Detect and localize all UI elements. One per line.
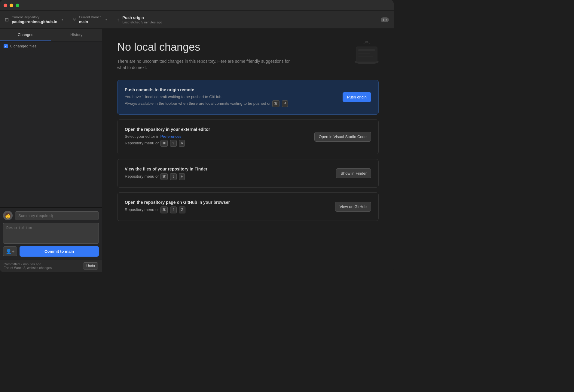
push-card-desc: You have 1 local commit waiting to be pu… bbox=[125, 94, 337, 107]
push-icon: ↑ bbox=[117, 17, 119, 23]
push-card-body: Push commits to the origin remote You ha… bbox=[125, 87, 337, 107]
editor-shortcut-cmd: ⌘ bbox=[160, 140, 168, 147]
push-origin-button[interactable]: Push origin bbox=[343, 92, 371, 102]
svg-rect-3 bbox=[358, 53, 370, 54]
repo-name: paulageronimo.github.io bbox=[12, 20, 57, 24]
github-card-body: Open the repository page on GitHub in yo… bbox=[125, 200, 329, 213]
finder-card-body: View the files of your repository in Fin… bbox=[125, 167, 330, 180]
branch-name: main bbox=[79, 20, 102, 24]
tab-changes[interactable]: Changes bbox=[0, 29, 51, 41]
push-shortcut: ⌘ bbox=[272, 100, 279, 107]
undo-button[interactable]: Undo bbox=[83, 262, 98, 270]
push-badge: 1 ↑ bbox=[381, 17, 389, 22]
github-card-desc: Repository menu or ⌘ ⇧ G bbox=[125, 207, 329, 213]
svg-rect-4 bbox=[358, 56, 373, 57]
repo-label: Current Repository bbox=[12, 15, 57, 19]
finder-card-title: View the files of your repository in Fin… bbox=[125, 167, 330, 171]
sidebar-file-list bbox=[0, 51, 102, 207]
commit-button[interactable]: Commit to main bbox=[20, 246, 99, 257]
github-shortcut-cmd: ⌘ bbox=[160, 207, 168, 213]
finder-shortcut-f: F bbox=[179, 173, 185, 180]
svg-rect-2 bbox=[358, 49, 375, 51]
last-commit-bar: Committed 2 minutes ago End of Week 2, w… bbox=[0, 260, 102, 272]
editor-card: Open the repository in your external edi… bbox=[117, 119, 379, 154]
show-in-finder-button[interactable]: Show in Finder bbox=[336, 168, 371, 178]
branch-info: Current Branch main bbox=[79, 15, 102, 24]
github-shortcut-shift: ⇧ bbox=[170, 207, 177, 213]
commit-top: 🧑 bbox=[3, 211, 99, 220]
select-all-checkbox[interactable]: ✓ bbox=[4, 44, 8, 48]
push-label: Push origin bbox=[122, 15, 378, 20]
editor-shortcut-shift: ⇧ bbox=[170, 140, 177, 147]
changed-files-bar: ✓ 0 changed files bbox=[0, 41, 102, 51]
github-card-title: Open the repository page on GitHub in yo… bbox=[125, 200, 329, 205]
push-origin-section[interactable]: ↑ Push origin Last fetched 5 minutes ago… bbox=[112, 11, 394, 29]
close-button[interactable] bbox=[4, 4, 7, 7]
page-subtitle: There are no uncommitted changes in this… bbox=[117, 58, 298, 71]
repo-icon: ⊡ bbox=[5, 17, 9, 23]
push-p-shortcut: P bbox=[282, 100, 288, 107]
co-authors-button[interactable]: 👤+ bbox=[3, 246, 17, 256]
current-repository-section[interactable]: ⊡ Current Repository paulageronimo.githu… bbox=[0, 11, 68, 29]
finder-shortcut-shift: ⇧ bbox=[170, 173, 177, 180]
commit-actions: 👤+ Commit to main bbox=[3, 246, 99, 257]
tab-history[interactable]: History bbox=[51, 29, 102, 41]
finder-shortcut-cmd: ⌘ bbox=[160, 173, 168, 180]
editor-shortcut-a: A bbox=[179, 140, 185, 147]
toolbar: ⊡ Current Repository paulageronimo.githu… bbox=[0, 11, 394, 29]
commit-area: 🧑 👤+ Commit to main bbox=[0, 207, 102, 260]
push-subtitle: Last fetched 5 minutes ago bbox=[122, 20, 378, 24]
branch-label: Current Branch bbox=[79, 15, 102, 19]
no-changes-illustration bbox=[349, 38, 385, 72]
minimize-button[interactable] bbox=[10, 4, 13, 7]
commit-time: Committed 2 minutes ago bbox=[4, 262, 52, 266]
summary-input[interactable] bbox=[15, 211, 99, 220]
open-vscode-button[interactable]: Open in Visual Studio Code bbox=[314, 132, 371, 142]
changed-files-count: 0 changed files bbox=[10, 44, 36, 48]
commit-message: End of Week 2, website changes bbox=[4, 266, 52, 270]
finder-card: View the files of your repository in Fin… bbox=[117, 159, 379, 188]
avatar: 🧑 bbox=[3, 211, 13, 220]
main-content: No local changes There are no uncommitte… bbox=[102, 29, 394, 272]
push-card: Push commits to the origin remote You ha… bbox=[117, 80, 379, 115]
github-shortcut-g: G bbox=[179, 207, 185, 213]
page-title: No local changes bbox=[117, 41, 379, 53]
editor-card-body: Open the repository in your external edi… bbox=[125, 127, 308, 147]
commit-button-prefix: Commit to bbox=[44, 249, 65, 254]
tabs: Changes History bbox=[0, 29, 102, 41]
current-branch-section[interactable]: ⑂ Current Branch main ▾ bbox=[68, 11, 112, 29]
maximize-button[interactable] bbox=[16, 4, 19, 7]
svg-rect-1 bbox=[356, 47, 377, 62]
preferences-link[interactable]: Preferences bbox=[160, 134, 182, 139]
commit-button-branch: main bbox=[65, 249, 74, 254]
repo-info: Current Repository paulageronimo.github.… bbox=[12, 15, 57, 24]
github-card: Open the repository page on GitHub in yo… bbox=[117, 192, 379, 221]
main-layout: Changes History ✓ 0 changed files 🧑 👤+ C… bbox=[0, 29, 394, 272]
editor-card-desc: Select your editor in Preferences Reposi… bbox=[125, 134, 308, 147]
view-on-github-button[interactable]: View on GitHub bbox=[335, 202, 371, 212]
editor-card-title: Open the repository in your external edi… bbox=[125, 127, 308, 132]
titlebar bbox=[0, 0, 394, 11]
description-textarea[interactable] bbox=[3, 223, 99, 244]
push-card-title: Push commits to the origin remote bbox=[125, 87, 337, 92]
last-commit-info: Committed 2 minutes ago End of Week 2, w… bbox=[4, 262, 52, 270]
branch-icon: ⑂ bbox=[73, 17, 76, 23]
sidebar: Changes History ✓ 0 changed files 🧑 👤+ C… bbox=[0, 29, 102, 272]
branch-chevron-icon: ▾ bbox=[105, 18, 107, 21]
repo-chevron-icon: ▾ bbox=[62, 18, 63, 21]
finder-card-desc: Repository menu or ⌘ ⇧ F bbox=[125, 173, 330, 180]
badge-arrow-icon: ↑ bbox=[386, 18, 387, 22]
push-info: Push origin Last fetched 5 minutes ago bbox=[122, 15, 378, 24]
badge-count: 1 bbox=[383, 18, 384, 22]
